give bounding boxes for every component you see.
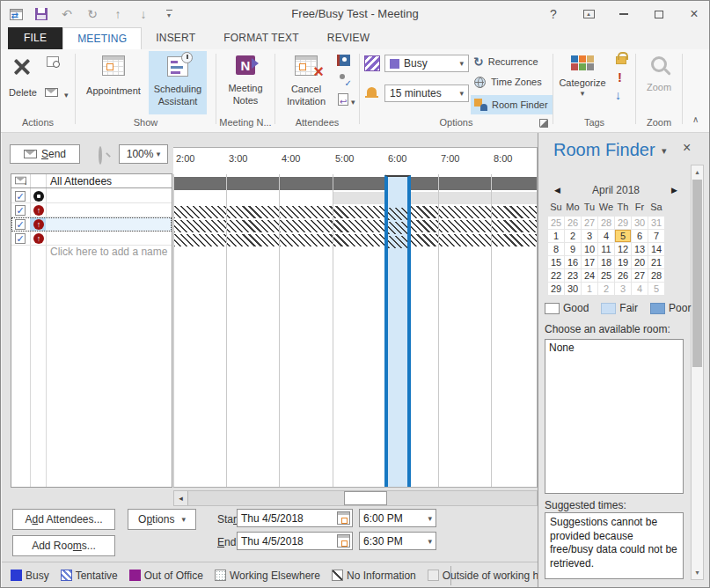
- pane-close-icon[interactable]: ×: [683, 140, 691, 156]
- add-rooms-button[interactable]: Add Rooms...: [12, 535, 115, 556]
- calendar-day[interactable]: 29: [548, 283, 564, 295]
- pane-scrollbar-thumb[interactable]: [692, 180, 702, 367]
- start-time-select[interactable]: 6:00 PM▾: [359, 509, 436, 527]
- options-dialog-launcher-icon[interactable]: [539, 119, 547, 127]
- response-options-icon[interactable]: [338, 93, 348, 106]
- calendar-day[interactable]: 13: [632, 243, 648, 255]
- appointment-button[interactable]: Appointment: [80, 52, 147, 114]
- calendar-day[interactable]: 31: [648, 217, 664, 229]
- meeting-notes-button[interactable]: N Meeting Notes: [219, 52, 272, 114]
- available-rooms-listbox[interactable]: None: [545, 339, 684, 494]
- scrollbar-thumb[interactable]: [344, 491, 387, 505]
- free-busy-grid[interactable]: 2:003:004:005:006:007:008:00: [173, 147, 538, 488]
- calendar-day[interactable]: 26: [565, 217, 581, 229]
- address-book-icon[interactable]: [337, 55, 350, 66]
- open-item-icon[interactable]: [47, 56, 59, 67]
- scroll-up-icon[interactable]: ▴: [692, 166, 703, 178]
- pane-options-icon[interactable]: ▾: [662, 145, 667, 157]
- response-options-dropdown-icon[interactable]: ▾: [351, 98, 355, 107]
- calendar-day[interactable]: 27: [632, 269, 648, 282]
- forward-dropdown-icon[interactable]: ▾: [64, 91, 69, 99]
- calendar-day[interactable]: 30: [632, 217, 648, 229]
- end-date-picker-icon[interactable]: [337, 534, 350, 548]
- calendar-day[interactable]: 23: [565, 269, 581, 282]
- end-time-select[interactable]: 6:30 PM▾: [359, 532, 436, 550]
- help-icon[interactable]: ?: [542, 4, 565, 24]
- attendee-checkbox[interactable]: ✓: [15, 219, 26, 230]
- calendar-day[interactable]: 3: [582, 230, 597, 242]
- calendar-day[interactable]: 21: [648, 256, 664, 268]
- calendar-day[interactable]: 2: [565, 230, 581, 242]
- calendar-day[interactable]: 4: [598, 230, 614, 242]
- calendar-day[interactable]: 8: [548, 243, 564, 255]
- collapse-ribbon-icon[interactable]: ∧: [692, 114, 699, 124]
- delete-icon[interactable]: [11, 56, 33, 77]
- calendar-day[interactable]: 3: [615, 283, 631, 295]
- scroll-left-icon[interactable]: ◂: [174, 491, 188, 505]
- room-finder-button[interactable]: Room Finder: [471, 95, 553, 114]
- start-date-picker-icon[interactable]: [337, 511, 350, 525]
- reminder-select[interactable]: 15 minutes▾: [384, 85, 469, 102]
- send-button[interactable]: Send: [10, 144, 80, 164]
- calendar-day[interactable]: 17: [582, 256, 597, 268]
- calendar-day[interactable]: 2: [598, 283, 614, 295]
- pane-scrollbar[interactable]: ▴ ▾: [691, 165, 704, 580]
- attendee-row[interactable]: ✓: [11, 189, 172, 203]
- recurrence-button[interactable]: ↻ Recurrence: [473, 55, 538, 69]
- calendar-day[interactable]: 24: [582, 269, 597, 282]
- attendee-checkbox[interactable]: ✓: [15, 205, 26, 216]
- add-attendee-placeholder[interactable]: Click here to add a name: [50, 246, 167, 258]
- grid-horizontal-scrollbar[interactable]: ◂: [173, 490, 538, 506]
- show-as-select[interactable]: Busy▾: [384, 55, 469, 72]
- calendar-day[interactable]: 7: [648, 230, 664, 242]
- calendar-day[interactable]: 5: [648, 283, 664, 295]
- calendar-day[interactable]: 25: [548, 217, 564, 229]
- calendar-day[interactable]: 28: [648, 269, 664, 282]
- check-names-icon[interactable]: [337, 74, 349, 85]
- attendee-checkbox[interactable]: ✓: [15, 233, 26, 244]
- calendar-day[interactable]: 19: [615, 256, 631, 268]
- calendar-next-icon[interactable]: ▶: [671, 186, 677, 195]
- calendar-day[interactable]: 14: [648, 243, 664, 255]
- attendee-row[interactable]: ✓↑: [11, 203, 172, 217]
- low-importance-icon[interactable]: ↓: [615, 88, 621, 102]
- ribbon-display-options-icon[interactable]: ▴: [577, 4, 600, 24]
- private-lock-icon[interactable]: [616, 56, 626, 64]
- calendar-day[interactable]: 20: [632, 256, 648, 268]
- attendee-checkbox[interactable]: ✓: [15, 191, 26, 202]
- calendar-day[interactable]: 29: [615, 217, 631, 229]
- calendar-day[interactable]: 1: [548, 230, 564, 242]
- forward-icon[interactable]: [45, 88, 58, 97]
- minimize-icon[interactable]: [612, 4, 635, 24]
- calendar-day[interactable]: 16: [565, 256, 581, 268]
- calendar-day[interactable]: 1: [582, 283, 597, 295]
- calendar-day[interactable]: 11: [598, 243, 614, 255]
- room-list-item[interactable]: None: [545, 340, 683, 356]
- attendee-row[interactable]: ✓↑: [11, 217, 172, 232]
- calendar-day-selected[interactable]: 5: [615, 230, 631, 242]
- calendar-day[interactable]: 10: [582, 243, 597, 255]
- grid-zoom-select[interactable]: 100% ▾: [119, 144, 168, 164]
- scheduling-assistant-button[interactable]: Scheduling Assistant: [149, 51, 207, 114]
- scroll-down-icon[interactable]: ▾: [692, 567, 703, 578]
- calendar-day[interactable]: 12: [615, 243, 631, 255]
- calendar-day[interactable]: 6: [632, 230, 648, 242]
- close-icon[interactable]: ×: [683, 4, 706, 24]
- calendar-day[interactable]: 15: [548, 256, 564, 268]
- delete-button[interactable]: Delete: [3, 86, 43, 99]
- high-importance-icon[interactable]: !: [618, 70, 622, 85]
- calendar-day[interactable]: 30: [565, 283, 581, 295]
- start-date-field[interactable]: Thu 4/5/2018: [237, 509, 353, 527]
- calendar-day[interactable]: 9: [565, 243, 581, 255]
- calendar-day[interactable]: 27: [582, 217, 597, 229]
- calendar-day[interactable]: 26: [615, 269, 631, 282]
- options-button[interactable]: Options▾: [128, 509, 196, 530]
- attendee-row[interactable]: ✓↑: [11, 232, 172, 246]
- calendar-day[interactable]: 25: [598, 269, 614, 282]
- cancel-invitation-button[interactable]: × Cancel Invitation: [279, 52, 333, 114]
- calendar-day[interactable]: 4: [632, 283, 648, 295]
- categorize-button[interactable]: Categorize ▾: [553, 52, 611, 115]
- calendar-day[interactable]: 22: [548, 269, 564, 282]
- time-zones-button[interactable]: Time Zones: [474, 76, 542, 88]
- tab-review[interactable]: REVIEW: [313, 27, 384, 49]
